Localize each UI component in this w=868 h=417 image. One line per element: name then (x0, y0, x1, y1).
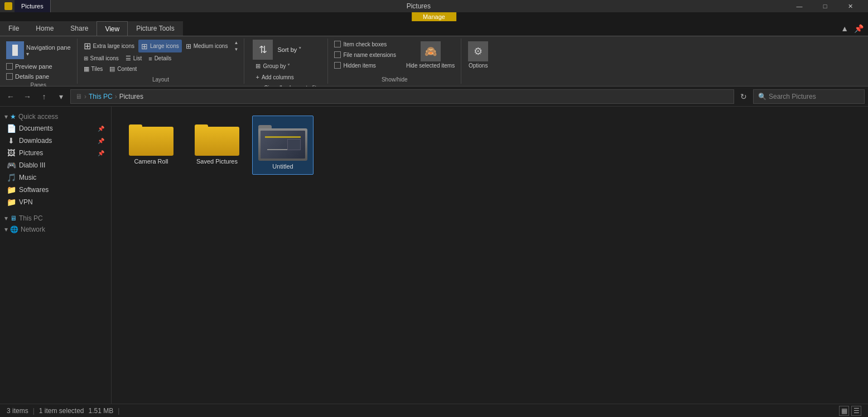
content-icon: ▤ (109, 65, 115, 73)
item-checkboxes-button[interactable]: Item check boxes (331, 40, 399, 49)
back-button[interactable]: ← (3, 89, 18, 104)
close-button[interactable]: ✕ (838, 0, 864, 12)
layout-label: Layout (152, 75, 169, 83)
tab-view[interactable]: View (97, 21, 128, 36)
tab-share[interactable]: Share (62, 21, 97, 36)
breadcrumb-this-pc[interactable]: This PC (89, 93, 113, 100)
ribbon-pin-icon[interactable]: 📌 (852, 23, 866, 34)
ribbon-group-panes: Navigation pane ▾ Preview pane Details p… (0, 39, 78, 84)
downloads-label: Downloads (19, 137, 52, 145)
options-content: ⚙ Options (465, 40, 491, 82)
documents-icon: 📄 (7, 124, 16, 133)
content-area[interactable]: Camera Roll Saved Pictures (112, 107, 868, 404)
file-name-ext-cb (334, 51, 341, 58)
sidebar-network-header[interactable]: ▾ 🌐 Network (0, 224, 111, 235)
sidebar-item-diablo[interactable]: 🎮 Diablo III (0, 159, 111, 171)
up-button[interactable]: ↑ (37, 89, 51, 104)
camera-roll-label: Camera Roll (134, 158, 168, 165)
title-tab-pictures[interactable]: Pictures (15, 0, 51, 12)
documents-label: Documents (19, 124, 53, 132)
refresh-button[interactable]: ↻ (736, 89, 751, 104)
navigation-pane-icon (6, 41, 24, 59)
folder-camera-roll[interactable]: Camera Roll (120, 116, 182, 175)
minimize-button[interactable]: — (787, 0, 812, 12)
pin-icon-2: 📌 (98, 138, 104, 144)
forward-button[interactable]: → (20, 89, 35, 104)
tiles-button[interactable]: ▦ Tiles (81, 64, 106, 74)
group-by-button[interactable]: ⊞ Group by ˅ (253, 61, 293, 71)
maximize-button[interactable]: □ (812, 0, 838, 12)
app-icon (4, 2, 12, 10)
chevron-icon-2: ▾ (4, 214, 8, 222)
details-pane-button[interactable]: Details pane (3, 72, 74, 81)
sidebar-item-documents[interactable]: 📄 Documents 📌 (0, 122, 111, 135)
tab-file[interactable]: File (0, 21, 27, 36)
large-icon: ⊞ (141, 42, 148, 51)
saved-pictures-icon (195, 120, 239, 156)
medium-icons-button[interactable]: ⊞ Medium icons (183, 40, 231, 52)
sort-icon: ⇅ (253, 40, 273, 60)
add-columns-icon: + (255, 74, 259, 80)
downloads-icon: ⬇ (7, 136, 16, 145)
vpn-icon: 📁 (7, 198, 16, 207)
small-icon: ⊞ (84, 55, 88, 61)
pin-icon: 📌 (98, 126, 104, 132)
search-box[interactable]: 🔍 Search Pictures (753, 89, 865, 104)
hide-selected-button[interactable]: 🙈 Hide selected items (403, 40, 457, 70)
view-toggle-grid[interactable]: ▦ (839, 406, 849, 416)
ribbon: Manage File Home Share View Picture Tool… (0, 12, 868, 87)
add-columns-button[interactable]: + Add columns (253, 73, 296, 82)
list-button[interactable]: ☰ List (123, 54, 145, 63)
title-tabs: Pictures (15, 0, 51, 12)
sidebar-item-vpn[interactable]: 📁 VPN (0, 196, 111, 208)
sort-by-label: Sort by ˅ (277, 46, 302, 54)
softwares-label: Softwares (19, 186, 49, 194)
ribbon-collapse-icon[interactable]: ▲ (838, 23, 851, 34)
tiles-icon: ▦ (84, 65, 89, 73)
options-button[interactable]: ⚙ Options (465, 40, 491, 70)
extra-large-icons-button[interactable]: ⊞ Extra large icons (81, 40, 137, 52)
details-pane-checkbox (6, 73, 13, 80)
navigation-bar: ← → ↑ ▾ 🖥 › This PC › Pictures ↻ 🔍 Searc… (0, 87, 868, 107)
title-bar-left: Pictures (4, 0, 51, 12)
softwares-icon: 📁 (7, 185, 16, 194)
sidebar-quick-access-header[interactable]: ▾ ★ Quick access (0, 111, 111, 122)
large-icons-button[interactable]: ⊞ Large icons (138, 40, 182, 52)
small-icons-button[interactable]: ⊞ Small icons (81, 54, 122, 63)
navigation-pane-button[interactable]: Navigation pane ▾ (3, 40, 74, 61)
group-by-icon: ⊞ (255, 63, 261, 70)
saved-pictures-label: Saved Pictures (196, 158, 238, 165)
main-area: ▾ ★ Quick access 📄 Documents 📌 ⬇ Downloa… (0, 107, 868, 404)
details-button[interactable]: ≡ Details (146, 54, 174, 63)
view-toggle-list[interactable]: ☰ (851, 406, 861, 416)
status-sep-2: | (118, 407, 119, 415)
folder-saved-pictures[interactable]: Saved Pictures (186, 116, 248, 175)
thispc-label: This PC (19, 214, 43, 222)
tab-home[interactable]: Home (27, 21, 62, 36)
content-button[interactable]: ▤ Content (107, 64, 139, 74)
item-size: 1.51 MB (89, 407, 114, 415)
layout-scroll[interactable]: ▲ ▼ (232, 40, 240, 52)
file-name-extensions-button[interactable]: File name extensions (331, 50, 399, 59)
sidebar-item-downloads[interactable]: ⬇ Downloads 📌 (0, 135, 111, 147)
window-controls: — □ ✕ (787, 0, 864, 12)
diablo-icon: 🎮 (7, 161, 16, 170)
preview-pane-button[interactable]: Preview pane (3, 62, 74, 71)
status-bar: 3 items | 1 item selected 1.51 MB | ▦ ☰ (0, 404, 868, 417)
sidebar-item-music[interactable]: 🎵 Music (0, 171, 111, 184)
hidden-items-button[interactable]: Hidden items (331, 61, 399, 70)
preview-pane-checkbox (6, 63, 13, 70)
music-label: Music (19, 174, 36, 181)
ribbon-tabs-row: File Home Share View Picture Tools ▲ 📌 (0, 21, 868, 36)
pictures-label: Pictures (19, 149, 43, 157)
thispc-icon: 🖥 (10, 214, 17, 222)
recent-dropdown[interactable]: ▾ (54, 89, 68, 104)
sidebar-item-softwares[interactable]: 📁 Softwares (0, 184, 111, 196)
tab-picture-tools[interactable]: Picture Tools (128, 21, 182, 36)
navigation-pane-label: Navigation pane (26, 44, 71, 51)
music-icon: 🎵 (7, 173, 16, 182)
options-icon: ⚙ (468, 41, 488, 61)
sidebar-this-pc-header[interactable]: ▾ 🖥 This PC (0, 213, 111, 224)
folder-untitled[interactable]: Untitled (252, 116, 314, 175)
sidebar-item-pictures[interactable]: 🖼 Pictures 📌 (0, 147, 111, 159)
